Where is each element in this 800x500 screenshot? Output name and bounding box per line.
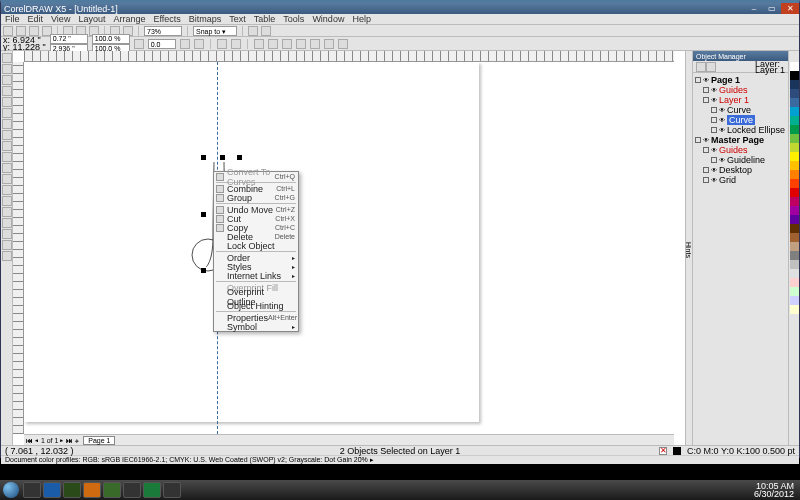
ctx-symbol[interactable]: Symbol▸ (214, 322, 298, 331)
menu-effects[interactable]: Effects (153, 14, 180, 24)
canvas-area[interactable]: ✕ ⏮ ◀ 1 of 1 ▶ ⏭ ⊕ Page 1 Convert To Cur… (13, 51, 685, 445)
rotation-input[interactable]: 0.0 (148, 39, 176, 49)
color-swatch[interactable] (790, 152, 799, 161)
handle-ml[interactable] (201, 212, 206, 217)
weld-icon[interactable] (254, 39, 264, 49)
color-swatch[interactable] (790, 125, 799, 134)
tree-item[interactable]: 👁Curve (695, 105, 786, 115)
handle-bl[interactable] (201, 268, 206, 273)
color-swatch[interactable] (790, 269, 799, 278)
tree-item[interactable]: 👁Guides (695, 85, 786, 95)
basic-shapes-tool[interactable] (2, 152, 12, 162)
connector-tool[interactable] (2, 196, 12, 206)
menu-view[interactable]: View (51, 14, 70, 24)
back-minus-front-icon[interactable] (324, 39, 334, 49)
front-minus-back-icon[interactable] (310, 39, 320, 49)
taskbar-app-4[interactable] (83, 482, 101, 498)
lock-ratio-icon[interactable] (134, 39, 144, 49)
color-swatch[interactable] (790, 143, 799, 152)
polygon-tool[interactable] (2, 141, 12, 151)
ellipse-tool[interactable] (2, 130, 12, 140)
tree-item[interactable]: 👁Curve (695, 115, 786, 125)
scale-x-input[interactable]: 100.0 % (92, 34, 130, 44)
taskbar-app-8[interactable] (163, 482, 181, 498)
color-swatch[interactable] (790, 296, 799, 305)
menu-arrange[interactable]: Arrange (113, 14, 145, 24)
intersect-icon[interactable] (282, 39, 292, 49)
layer-options-icon[interactable] (706, 62, 716, 72)
color-swatch[interactable] (790, 251, 799, 260)
tree-item[interactable]: 👁Page 1 (695, 75, 786, 85)
interactive-fill-tool[interactable] (2, 251, 12, 261)
color-swatch[interactable] (790, 206, 799, 215)
trim-icon[interactable] (268, 39, 278, 49)
tree-item[interactable]: 👁Guideline (695, 155, 786, 165)
color-swatch[interactable] (790, 305, 799, 314)
fill-tool[interactable] (2, 240, 12, 250)
menu-layout[interactable]: Layout (78, 14, 105, 24)
maximize-button[interactable]: ▭ (763, 3, 781, 14)
color-swatch[interactable] (790, 224, 799, 233)
tree-item[interactable]: 👁Grid (695, 175, 786, 185)
color-swatch[interactable] (790, 197, 799, 206)
page-tab[interactable]: Page 1 (83, 436, 115, 445)
rectangle-tool[interactable] (2, 119, 12, 129)
pick-tool[interactable] (2, 53, 12, 63)
menu-window[interactable]: Window (312, 14, 344, 24)
taskbar-app-3[interactable] (63, 482, 81, 498)
ruler-vertical[interactable] (13, 62, 24, 434)
boundary-icon[interactable] (338, 39, 348, 49)
color-swatch[interactable] (790, 215, 799, 224)
interactive-tool[interactable] (2, 207, 12, 217)
close-button[interactable]: ✕ (781, 3, 799, 14)
page-nav-buttons[interactable]: ⏮ ◀ 1 of 1 ▶ ⏭ ⊕ (24, 437, 81, 444)
mirror-v-icon[interactable] (194, 39, 204, 49)
width-input[interactable]: 0.72 " (50, 34, 88, 44)
color-swatch[interactable] (790, 161, 799, 170)
color-swatch[interactable] (790, 170, 799, 179)
menu-tools[interactable]: Tools (283, 14, 304, 24)
tree-item[interactable]: 👁Desktop (695, 165, 786, 175)
tree-item[interactable]: 👁Master Page (695, 135, 786, 145)
shape-tool[interactable] (2, 64, 12, 74)
zoom-tool[interactable] (2, 86, 12, 96)
crop-tool[interactable] (2, 75, 12, 85)
tree-item[interactable]: 👁Layer 1 (695, 95, 786, 105)
taskbar-app-7[interactable] (143, 482, 161, 498)
ctx-lock-object[interactable]: Lock Object (214, 241, 298, 250)
tree-item[interactable]: 👁Locked Ellipse (695, 125, 786, 135)
outline-tool[interactable] (2, 229, 12, 239)
color-swatch[interactable] (790, 287, 799, 296)
handle-tr[interactable] (237, 155, 242, 160)
color-swatch[interactable] (790, 62, 799, 71)
eyedropper-tool[interactable] (2, 218, 12, 228)
mirror-h-icon[interactable] (180, 39, 190, 49)
fill-swatch[interactable]: ✕ (659, 447, 667, 455)
menu-help[interactable]: Help (352, 14, 371, 24)
minimize-button[interactable]: – (745, 3, 763, 14)
color-swatch[interactable] (790, 188, 799, 197)
ruler-horizontal[interactable] (24, 51, 674, 62)
menu-edit[interactable]: Edit (28, 14, 44, 24)
color-swatch[interactable] (790, 89, 799, 98)
color-swatch[interactable] (790, 116, 799, 125)
new-icon[interactable] (3, 26, 13, 36)
text-tool[interactable] (2, 163, 12, 173)
ctx-internet-links[interactable]: Internet Links▸ (214, 271, 298, 280)
ctx-group[interactable]: GroupCtrl+G (214, 193, 298, 202)
zoom-input[interactable]: 73% (144, 26, 182, 36)
simplify-icon[interactable] (296, 39, 306, 49)
color-swatch[interactable] (790, 242, 799, 251)
color-swatch[interactable] (790, 179, 799, 188)
taskbar-app-1[interactable] (23, 482, 41, 498)
menu-text[interactable]: Text (229, 14, 246, 24)
align-icon[interactable] (217, 39, 227, 49)
outline-swatch[interactable] (673, 447, 681, 455)
table-tool[interactable] (2, 174, 12, 184)
menu-file[interactable]: File (5, 14, 20, 24)
dimension-tool[interactable] (2, 185, 12, 195)
taskbar-app-2[interactable] (43, 482, 61, 498)
options-icon[interactable] (248, 26, 258, 36)
color-swatch[interactable] (790, 80, 799, 89)
color-swatch[interactable] (790, 260, 799, 269)
